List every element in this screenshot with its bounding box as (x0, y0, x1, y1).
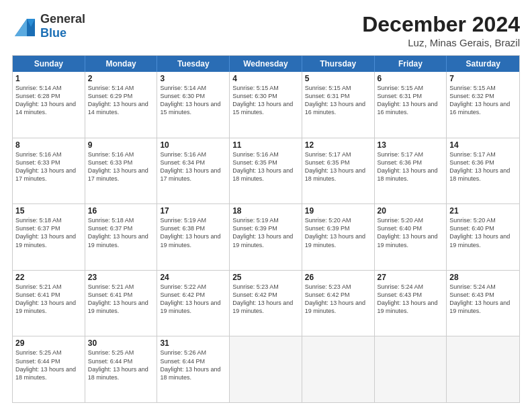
cell-info: Sunrise: 5:26 AMSunset: 6:44 PMDaylight:… (160, 349, 226, 381)
cell-info: Sunrise: 5:15 AMSunset: 6:32 PMDaylight:… (449, 84, 517, 117)
header: General Blue December 2024 Luz, Minas Ge… (12, 12, 520, 48)
day-cell-19: 19Sunrise: 5:20 AMSunset: 6:39 PMDayligh… (302, 204, 375, 270)
cell-info: Sunrise: 5:19 AMSunset: 6:38 PMDaylight:… (160, 216, 226, 249)
cell-info: Sunrise: 5:20 AMSunset: 6:39 PMDaylight:… (305, 216, 371, 249)
day-number: 2 (88, 74, 154, 83)
header-day-sunday: Sunday (13, 56, 85, 72)
calendar-row-2: 8Sunrise: 5:16 AMSunset: 6:33 PMDaylight… (13, 138, 519, 204)
day-cell-15: 15Sunrise: 5:18 AMSunset: 6:37 PMDayligh… (13, 204, 85, 270)
day-number: 16 (88, 206, 154, 216)
day-number: 31 (160, 338, 226, 348)
cell-info: Sunrise: 5:21 AMSunset: 6:41 PMDaylight:… (88, 283, 154, 316)
day-cell-30: 30Sunrise: 5:25 AMSunset: 6:44 PMDayligh… (85, 336, 158, 402)
day-number: 12 (305, 140, 371, 150)
day-number: 26 (305, 273, 371, 282)
empty-cell (302, 336, 375, 402)
day-number: 4 (232, 74, 299, 83)
day-number: 20 (378, 206, 444, 216)
day-number: 25 (232, 273, 299, 282)
day-cell-21: 21Sunrise: 5:20 AMSunset: 6:40 PMDayligh… (447, 204, 519, 270)
empty-cell (375, 336, 447, 402)
day-cell-24: 24Sunrise: 5:22 AMSunset: 6:42 PMDayligh… (157, 271, 230, 336)
day-cell-2: 2Sunrise: 5:14 AMSunset: 6:29 PMDaylight… (85, 72, 158, 138)
day-cell-26: 26Sunrise: 5:23 AMSunset: 6:42 PMDayligh… (302, 271, 375, 336)
cell-info: Sunrise: 5:16 AMSunset: 6:33 PMDaylight:… (88, 150, 154, 183)
header-day-thursday: Thursday (302, 56, 375, 72)
logo: General Blue (12, 12, 85, 40)
cell-info: Sunrise: 5:23 AMSunset: 6:42 PMDaylight:… (232, 283, 299, 316)
day-number: 15 (15, 206, 82, 216)
title-block: December 2024 Luz, Minas Gerais, Brazil (362, 12, 520, 48)
month-title: December 2024 (362, 12, 520, 37)
calendar-row-1: 1Sunrise: 5:14 AMSunset: 6:28 PMDaylight… (13, 72, 519, 138)
calendar-header: SundayMondayTuesdayWednesdayThursdayFrid… (13, 56, 519, 72)
header-day-wednesday: Wednesday (230, 56, 302, 72)
logo-blue-text: Blue (40, 26, 85, 40)
cell-info: Sunrise: 5:18 AMSunset: 6:37 PMDaylight:… (15, 216, 82, 249)
logo-words: General Blue (40, 12, 85, 40)
day-cell-20: 20Sunrise: 5:20 AMSunset: 6:40 PMDayligh… (375, 204, 447, 270)
cell-info: Sunrise: 5:16 AMSunset: 6:34 PMDaylight:… (160, 150, 226, 183)
cell-info: Sunrise: 5:17 AMSunset: 6:35 PMDaylight:… (305, 150, 371, 183)
day-cell-1: 1Sunrise: 5:14 AMSunset: 6:28 PMDaylight… (13, 72, 85, 138)
cell-info: Sunrise: 5:15 AMSunset: 6:30 PMDaylight:… (232, 84, 299, 117)
day-number: 24 (160, 273, 226, 282)
day-number: 22 (15, 273, 82, 282)
day-cell-6: 6Sunrise: 5:15 AMSunset: 6:31 PMDaylight… (375, 72, 447, 138)
cell-info: Sunrise: 5:25 AMSunset: 6:44 PMDaylight:… (88, 349, 154, 381)
calendar-row-3: 15Sunrise: 5:18 AMSunset: 6:37 PMDayligh… (13, 203, 519, 270)
cell-info: Sunrise: 5:20 AMSunset: 6:40 PMDaylight:… (449, 216, 517, 249)
cell-info: Sunrise: 5:14 AMSunset: 6:29 PMDaylight:… (88, 84, 154, 117)
cell-info: Sunrise: 5:23 AMSunset: 6:42 PMDaylight:… (305, 283, 371, 316)
day-cell-8: 8Sunrise: 5:16 AMSunset: 6:33 PMDaylight… (13, 138, 85, 204)
cell-info: Sunrise: 5:15 AMSunset: 6:31 PMDaylight:… (378, 84, 444, 117)
day-number: 13 (378, 140, 444, 150)
day-cell-14: 14Sunrise: 5:17 AMSunset: 6:36 PMDayligh… (447, 138, 519, 204)
day-number: 9 (88, 140, 154, 150)
cell-info: Sunrise: 5:24 AMSunset: 6:43 PMDaylight:… (378, 283, 444, 316)
calendar-row-4: 22Sunrise: 5:21 AMSunset: 6:41 PMDayligh… (13, 270, 519, 336)
day-number: 3 (160, 74, 226, 83)
day-number: 14 (449, 140, 517, 150)
day-cell-27: 27Sunrise: 5:24 AMSunset: 6:43 PMDayligh… (375, 271, 447, 336)
day-number: 21 (449, 206, 517, 216)
header-day-monday: Monday (85, 56, 158, 72)
day-cell-22: 22Sunrise: 5:21 AMSunset: 6:41 PMDayligh… (13, 271, 85, 336)
cell-info: Sunrise: 5:25 AMSunset: 6:44 PMDaylight:… (15, 349, 82, 381)
day-number: 30 (88, 338, 154, 348)
day-number: 27 (378, 273, 444, 282)
day-number: 23 (88, 273, 154, 282)
cell-info: Sunrise: 5:24 AMSunset: 6:43 PMDaylight:… (449, 283, 517, 316)
header-day-saturday: Saturday (447, 56, 519, 72)
day-number: 29 (15, 338, 82, 348)
header-day-tuesday: Tuesday (157, 56, 230, 72)
cell-info: Sunrise: 5:17 AMSunset: 6:36 PMDaylight:… (378, 150, 444, 183)
day-number: 10 (160, 140, 226, 150)
day-number: 7 (449, 74, 517, 83)
day-number: 5 (305, 74, 371, 83)
day-cell-11: 11Sunrise: 5:16 AMSunset: 6:35 PMDayligh… (230, 138, 302, 204)
day-number: 6 (378, 74, 444, 83)
location-subtitle: Luz, Minas Gerais, Brazil (362, 37, 520, 48)
day-cell-10: 10Sunrise: 5:16 AMSunset: 6:34 PMDayligh… (157, 138, 230, 204)
calendar-body: 1Sunrise: 5:14 AMSunset: 6:28 PMDaylight… (13, 72, 519, 402)
day-number: 1 (15, 74, 82, 83)
cell-info: Sunrise: 5:16 AMSunset: 6:35 PMDaylight:… (232, 150, 299, 183)
cell-info: Sunrise: 5:19 AMSunset: 6:39 PMDaylight:… (232, 216, 299, 249)
day-number: 18 (232, 206, 299, 216)
empty-cell (230, 336, 302, 402)
header-day-friday: Friday (375, 56, 447, 72)
day-cell-25: 25Sunrise: 5:23 AMSunset: 6:42 PMDayligh… (230, 271, 302, 336)
day-cell-9: 9Sunrise: 5:16 AMSunset: 6:33 PMDaylight… (85, 138, 158, 204)
day-cell-7: 7Sunrise: 5:15 AMSunset: 6:32 PMDaylight… (447, 72, 519, 138)
day-cell-28: 28Sunrise: 5:24 AMSunset: 6:43 PMDayligh… (447, 271, 519, 336)
day-cell-17: 17Sunrise: 5:19 AMSunset: 6:38 PMDayligh… (157, 204, 230, 270)
cell-info: Sunrise: 5:21 AMSunset: 6:41 PMDaylight:… (15, 283, 82, 316)
cell-info: Sunrise: 5:17 AMSunset: 6:36 PMDaylight:… (449, 150, 517, 183)
day-cell-23: 23Sunrise: 5:21 AMSunset: 6:41 PMDayligh… (85, 271, 158, 336)
day-number: 19 (305, 206, 371, 216)
cell-info: Sunrise: 5:22 AMSunset: 6:42 PMDaylight:… (160, 283, 226, 316)
calendar: SundayMondayTuesdayWednesdayThursdayFrid… (12, 55, 520, 403)
page: General Blue December 2024 Luz, Minas Ge… (0, 0, 532, 411)
day-cell-18: 18Sunrise: 5:19 AMSunset: 6:39 PMDayligh… (230, 204, 302, 270)
